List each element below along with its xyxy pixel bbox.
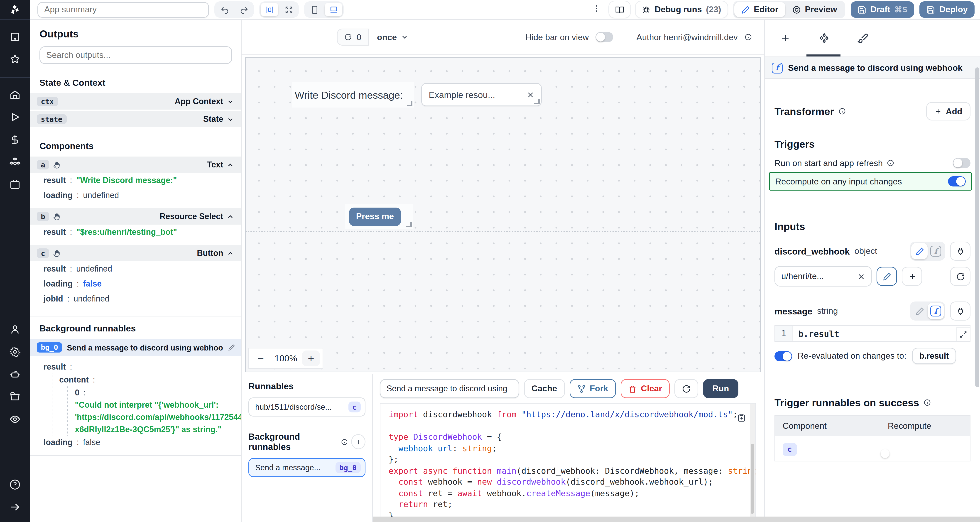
tab-component-settings[interactable]	[819, 33, 830, 43]
static-mode-button[interactable]	[911, 303, 928, 319]
create-resource-button[interactable]	[902, 267, 922, 286]
app-canvas[interactable]: Write Discord message: Example resou... …	[245, 57, 761, 372]
component-row-c[interactable]: c Button	[30, 245, 241, 261]
resize-handle[interactable]	[407, 101, 412, 106]
chevron-up-icon[interactable]	[227, 250, 234, 257]
output-row-state[interactable]: state State	[30, 111, 241, 127]
cache-button[interactable]: Cache	[524, 379, 565, 398]
eval-mode-button[interactable]: f	[928, 243, 944, 259]
hide-bar-toggle[interactable]	[595, 32, 613, 42]
info-icon[interactable]	[341, 438, 348, 446]
redo-button[interactable]	[235, 3, 253, 16]
message-expression-editor[interactable]: 1 b.result	[775, 325, 970, 342]
workers-icon[interactable]	[10, 369, 21, 380]
reevaluate-target-chip[interactable]: b.result	[912, 348, 956, 364]
runnable-name-input[interactable]	[380, 379, 519, 398]
resources-icon[interactable]	[10, 156, 21, 167]
users-icon[interactable]	[10, 324, 21, 335]
clear-resource-icon[interactable]	[858, 273, 865, 280]
variables-icon[interactable]	[10, 134, 21, 145]
copy-code-icon[interactable]	[737, 413, 746, 422]
more-menu-button[interactable]	[589, 3, 604, 16]
docs-button[interactable]	[609, 2, 630, 18]
tab-styling[interactable]	[858, 33, 869, 43]
add-transformer-button[interactable]: Add	[926, 102, 970, 121]
desktop-view-button[interactable]	[325, 3, 342, 16]
edit-icon[interactable]	[228, 344, 235, 351]
pencil-icon	[741, 5, 750, 14]
output-row-ctx[interactable]: ctx App Context	[30, 93, 241, 110]
folders-icon[interactable]	[10, 392, 21, 402]
expand-editor-icon[interactable]	[956, 327, 970, 341]
search-outputs-input[interactable]	[40, 46, 232, 64]
app-summary-input[interactable]	[37, 2, 209, 18]
refresh-resource-button[interactable]	[950, 267, 970, 286]
run-button[interactable]: Run	[703, 379, 739, 398]
code-editor[interactable]: import discordwebhook from "https://deno…	[380, 403, 756, 522]
resize-handle[interactable]	[534, 99, 540, 104]
info-icon[interactable]	[923, 399, 931, 406]
chevron-up-icon[interactable]	[227, 161, 234, 169]
horizontal-scrollbar[interactable]	[373, 517, 980, 522]
center-align-button[interactable]	[261, 3, 278, 16]
chevron-down-icon[interactable]	[227, 98, 234, 105]
resource-select-component[interactable]: Example resou...	[421, 83, 542, 106]
clear-selection-icon[interactable]	[527, 91, 534, 99]
chevron-up-icon[interactable]	[227, 213, 234, 220]
connect-input-button[interactable]	[950, 242, 970, 261]
reevaluate-toggle[interactable]	[775, 351, 792, 361]
tab-insert-component[interactable]	[780, 33, 791, 43]
windmill-logo[interactable]	[0, 0, 30, 20]
connect-input-button[interactable]	[950, 301, 970, 321]
run-on-start-toggle[interactable]	[953, 158, 970, 168]
favorites-icon[interactable]	[10, 54, 21, 65]
eval-mode-button[interactable]: f	[928, 303, 944, 319]
panel-scrollbar[interactable]	[975, 67, 979, 387]
press-me-button[interactable]: Press me	[349, 207, 401, 226]
code-scrollbar[interactable]	[750, 404, 755, 520]
resize-handle[interactable]	[406, 222, 412, 227]
add-bg-runnable-button[interactable]	[352, 434, 366, 449]
bg0-label: Send a message to discord using webhook	[67, 344, 223, 352]
runnable-item[interactable]: hub/1511/discord/se... c	[248, 398, 366, 417]
info-icon[interactable]	[745, 33, 752, 41]
mobile-view-button[interactable]	[305, 3, 323, 16]
workspace-icon[interactable]	[10, 31, 21, 42]
trigger-success-title: Trigger runnables on success	[775, 397, 919, 408]
debug-runs-button[interactable]: Debug runs (23)	[636, 2, 727, 18]
fork-button[interactable]: Fork	[570, 379, 616, 398]
runnable-item-selected[interactable]: Send a message... bg_0	[248, 458, 366, 477]
refresh-count-button[interactable]: 0	[337, 29, 369, 46]
help-icon[interactable]	[10, 479, 21, 490]
zoom-out-button[interactable]: −	[252, 350, 269, 366]
collapse-rail-icon[interactable]	[10, 501, 21, 512]
edit-resource-button[interactable]	[877, 267, 897, 286]
zoom-in-button[interactable]: +	[302, 350, 320, 366]
audit-icon[interactable]	[10, 414, 21, 425]
recompute-toggle[interactable]	[948, 176, 966, 186]
info-icon[interactable]	[838, 108, 846, 115]
static-mode-button[interactable]	[911, 243, 928, 259]
info-icon[interactable]	[887, 159, 894, 167]
draft-button[interactable]: Draft ⌘S	[851, 2, 914, 18]
canvas-toolbar: 0 once Hide bar on view Author henri@win…	[242, 20, 764, 55]
reload-button[interactable]	[675, 379, 698, 398]
deploy-button[interactable]: Deploy	[920, 2, 975, 18]
settings-icon[interactable]	[10, 346, 21, 357]
chevron-down-icon[interactable]	[227, 115, 234, 123]
tab-preview[interactable]: Preview	[785, 2, 844, 17]
schedule-dropdown[interactable]: once	[377, 32, 409, 42]
component-row-b[interactable]: b Resource Select	[30, 208, 241, 224]
text-component[interactable]: Write Discord message:	[292, 82, 414, 108]
bg-runnable-row[interactable]: bg_0 Send a message to discord using web…	[30, 339, 241, 356]
fullscreen-button[interactable]	[280, 3, 298, 16]
component-row-a[interactable]: a Text	[30, 156, 241, 173]
runs-icon[interactable]	[10, 111, 21, 123]
resource-value-box[interactable]: u/henri/te...	[775, 266, 872, 286]
kv-row: result:"Write Discord message:"	[30, 173, 241, 188]
clear-button[interactable]: Clear	[620, 379, 670, 398]
tab-editor[interactable]: Editor	[734, 2, 785, 17]
undo-button[interactable]	[216, 3, 234, 16]
home-icon[interactable]	[10, 89, 21, 100]
schedules-icon[interactable]	[10, 179, 21, 190]
